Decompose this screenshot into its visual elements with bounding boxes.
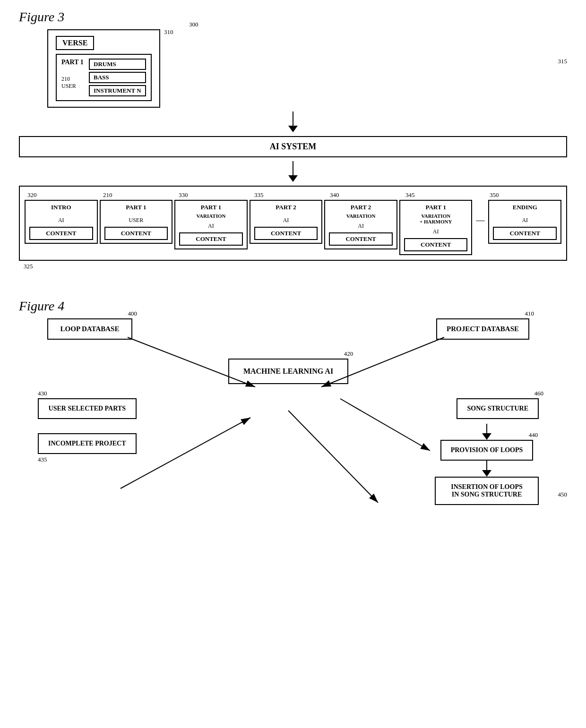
part1-var-footer: AI	[208, 223, 214, 230]
instruments-list: DRUMS BASS INSTRUMENT N	[89, 59, 146, 96]
part1-har-sublabel: VARIATION + HARMONY	[420, 213, 452, 224]
fig4-left: 430 USER SELECTED PARTS INCOMPLETE PROJE…	[38, 398, 137, 463]
figure-4: Figure 4 400 LOOP DATABASE 410 PROJECT D…	[19, 299, 567, 505]
drums-box: DRUMS	[89, 59, 146, 70]
parts-outer-box: 320 210 330 335 340 345 350 INTRO AI CON…	[19, 186, 567, 261]
ref-410: 410	[525, 310, 534, 317]
part-1-user: PART 1 USER CONTENT	[100, 200, 173, 244]
ref-row: 320 210 330 335 340 345 350	[25, 191, 561, 199]
part1-har-footer: AI	[433, 228, 439, 235]
ref-345: 345	[404, 191, 477, 199]
intro-footer: AI	[58, 217, 64, 224]
ending-footer: AI	[522, 217, 528, 224]
user-parts-box: USER SELECTED PARTS	[38, 398, 137, 419]
arrow-to-insertion	[482, 461, 491, 477]
ref-440: 440	[529, 431, 538, 439]
figure-3-title: Figure 3	[19, 9, 567, 25]
part1-har-content: CONTENT	[404, 238, 468, 251]
figure-4-title: Figure 4	[19, 299, 567, 314]
verse-label: VERSE	[56, 36, 94, 50]
ref-330: 330	[177, 191, 250, 199]
part1-label: PART 1 210 USER	[61, 59, 85, 90]
ref-325: 325	[24, 263, 567, 270]
fig4-wrapper: 400 LOOP DATABASE 410 PROJECT DATABASE 4…	[19, 318, 558, 505]
figure-3: Figure 3 300 310 VERSE PART 1 210 USER D…	[19, 9, 567, 270]
part-ending: ENDING AI CONTENT	[488, 200, 561, 244]
ending-content: CONTENT	[493, 227, 557, 240]
arrow-to-provision	[482, 424, 491, 440]
ref-350: 350	[488, 191, 561, 199]
parts-row: INTRO AI CONTENT PART 1 USER CONTENT PAR…	[25, 200, 561, 255]
incomplete-project-box: INCOMPLETE PROJECT	[38, 433, 137, 454]
part1-var-label: PART 1	[201, 204, 221, 211]
part1-har-label: PART 1	[425, 204, 446, 211]
part-2: PART 2 AI CONTENT	[250, 200, 323, 244]
fig4-ml-row: 420 MACHINE LEARNING AI	[19, 359, 558, 384]
ref-210: 210	[61, 76, 85, 83]
part2-footer: AI	[283, 217, 289, 224]
part1-user-label: PART 1	[126, 204, 146, 211]
part2-var-label: PART 2	[351, 204, 371, 211]
part1-box: PART 1 210 USER DRUMS BASS INSTRUMENT N	[56, 54, 152, 101]
part1-user-footer: USER	[129, 217, 144, 224]
ref-400: 400	[128, 310, 138, 317]
song-structure-section: 460 SONG STRUCTURE	[457, 398, 539, 419]
part-1-harmony: PART 1 VARIATION + HARMONY AI CONTENT	[399, 200, 473, 255]
part2-var-footer: AI	[358, 223, 364, 230]
ref-320: 320	[26, 191, 99, 199]
ref-435: 435	[38, 456, 137, 463]
insertion-section: INSERTION OF LOOPS IN SONG STRUCTURE 450	[435, 477, 539, 505]
dash-connector: —	[474, 215, 486, 240]
ai-system-box: AI SYSTEM	[19, 136, 567, 157]
fig4-right: 460 SONG STRUCTURE 440 PROVISION OF LOOP…	[435, 398, 539, 505]
ref-310: 310	[164, 28, 173, 36]
provision-box: PROVISION OF LOOPS	[440, 440, 534, 461]
ml-ai-box: MACHINE LEARNING AI	[228, 359, 348, 384]
song-structure-box: SONG STRUCTURE	[457, 398, 539, 419]
loop-db-box: LOOP DATABASE	[47, 318, 132, 340]
intro-label: INTRO	[51, 204, 71, 211]
insertion-box: INSERTION OF LOOPS IN SONG STRUCTURE	[435, 477, 539, 505]
ref-335: 335	[252, 191, 326, 199]
instrument-n-box: INSTRUMENT N	[89, 85, 146, 96]
intro-content: CONTENT	[29, 227, 93, 240]
incomplete-project-section: INCOMPLETE PROJECT 435	[38, 433, 137, 463]
part2-content: CONTENT	[254, 227, 318, 240]
fig4-bottom: 430 USER SELECTED PARTS INCOMPLETE PROJE…	[19, 398, 558, 505]
ref-450: 450	[558, 491, 568, 498]
part1-var-sublabel: VARIATION	[196, 213, 225, 219]
arrow-to-parts	[19, 161, 567, 182]
loop-db-section: 400 LOOP DATABASE	[47, 318, 132, 340]
project-db-section: 410 PROJECT DATABASE	[436, 318, 529, 340]
arrow-to-ai	[19, 111, 567, 132]
part-1-variation: PART 1 VARIATION AI CONTENT	[174, 200, 248, 249]
ending-label: ENDING	[513, 204, 537, 211]
ref-460: 460	[534, 390, 544, 397]
fig3-input-box: 310 VERSE PART 1 210 USER DRUMS BASS INS…	[47, 29, 160, 108]
bass-box: BASS	[89, 72, 146, 83]
ref-300: 300	[189, 21, 198, 28]
ref-430: 430	[38, 390, 47, 397]
part2-label: PART 2	[276, 204, 296, 211]
part-intro: INTRO AI CONTENT	[25, 200, 98, 244]
fig4-row1: 400 LOOP DATABASE 410 PROJECT DATABASE	[19, 318, 558, 340]
ref-420: 420	[344, 350, 353, 358]
part1-user-content: CONTENT	[104, 227, 168, 240]
ref-210a: 210	[101, 191, 175, 199]
part-2-variation: PART 2 VARIATION AI CONTENT	[324, 200, 397, 249]
part2-var-sublabel: VARIATION	[346, 213, 376, 219]
provision-section: 440 PROVISION OF LOOPS	[440, 440, 534, 461]
part1-var-content: CONTENT	[179, 232, 243, 246]
project-db-box: PROJECT DATABASE	[436, 318, 529, 340]
ref-340: 340	[328, 191, 402, 199]
ml-ai-section: 420 MACHINE LEARNING AI	[228, 359, 348, 384]
ref-315: 315	[558, 58, 568, 65]
user-parts-section: 430 USER SELECTED PARTS	[38, 398, 137, 419]
part2-var-content: CONTENT	[329, 232, 393, 246]
